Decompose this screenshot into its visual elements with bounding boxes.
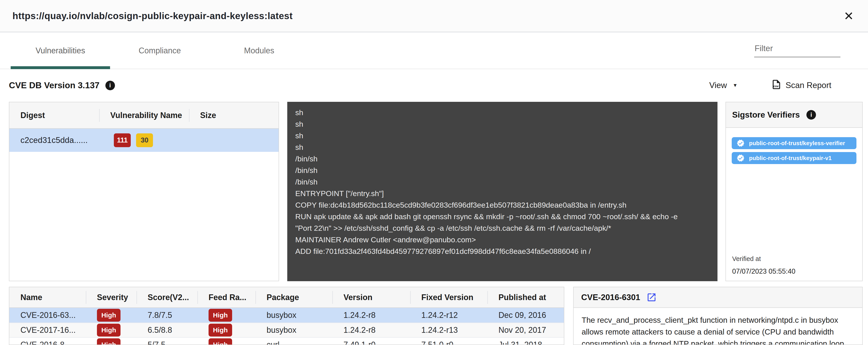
cve-name: CVE-2017-16...: [9, 325, 86, 335]
digest-table-header: Digest Vulnerability Name Size: [9, 102, 279, 129]
package-value: busybox: [255, 311, 332, 320]
digest-table: Digest Vulnerability Name Size c2ced31c5…: [9, 102, 279, 281]
medium-vuln-count-badge: 30: [136, 133, 153, 147]
close-icon[interactable]: ✕: [844, 10, 854, 22]
column-header-feed-rating: Feed Ra...: [197, 291, 255, 304]
score-value: 7.8/7.5: [136, 311, 197, 320]
scan-report-label: Scan Report: [785, 81, 831, 90]
info-icon[interactable]: i: [806, 110, 816, 120]
info-icon[interactable]: i: [105, 81, 115, 90]
version-value: 1.24.2-r8: [332, 325, 410, 335]
package-value: curl: [255, 340, 332, 345]
cve-name: CVE-2016-8...: [9, 340, 86, 345]
view-dropdown[interactable]: View ▼: [709, 81, 738, 90]
sigstore-verifiers-panel: Sigstore Verifiers i public-root-of-trus…: [725, 102, 863, 281]
chevron-down-icon: ▼: [733, 83, 738, 88]
layer-history-line: /bin/sh: [295, 176, 710, 188]
fixed-version-value: 7.51.0-r0: [410, 340, 487, 345]
cve-db-version: CVE DB Version 3.137 i: [9, 81, 115, 90]
package-value: busybox: [255, 325, 332, 335]
sigstore-panel-header: Sigstore Verifiers i: [726, 102, 862, 128]
column-header-published-at: Published at: [487, 291, 564, 304]
toolbar: CVE DB Version 3.137 i View ▼ csv Scan R…: [0, 70, 868, 101]
feed-rating-badge: High: [209, 324, 232, 337]
published-at-value: Dec 09, 2016: [487, 311, 564, 320]
column-header-severity: Severity: [86, 291, 136, 304]
score-value: 5/7.5: [136, 340, 197, 345]
verifier-badge: public-root-of-trust/keypair-v1: [732, 152, 857, 164]
version-value: 1.24.2-r8: [332, 311, 410, 320]
cve-description: The recv_and_process_client_pkt function…: [574, 308, 862, 345]
column-header-name: Name: [9, 291, 86, 304]
verified-at-block: Verified at 07/07/2023 05:55:40: [732, 255, 795, 275]
digest-value: c2ced31c5dda......: [9, 135, 99, 145]
column-header-version: Version: [332, 291, 410, 304]
verifier-name: public-root-of-trust/keypair-v1: [749, 155, 832, 162]
severity-badge: High: [97, 324, 121, 337]
layer-history-line: sh: [295, 107, 710, 118]
vulnerability-table: Name Severity Score(V2... Feed Ra... Pac…: [9, 287, 564, 345]
column-header-package: Package: [255, 291, 332, 304]
tab-compliance[interactable]: Compliance: [110, 33, 210, 69]
digest-table-row[interactable]: c2ced31c5dda...... 111 30: [9, 129, 279, 152]
cve-db-version-label: CVE DB Version 3.137: [9, 81, 100, 90]
high-vuln-count-badge: 111: [114, 133, 131, 147]
vulnerability-table-header: Name Severity Score(V2... Feed Ra... Pac…: [9, 287, 564, 308]
feed-rating-badge: High: [209, 309, 232, 322]
column-header-vulnerability-name: Vulnerability Name: [99, 109, 189, 122]
tab-bar: Vulnerabilities Compliance Modules: [0, 33, 868, 69]
column-header-fixed-version: Fixed Version: [410, 291, 487, 304]
filter-field-wrap: [754, 42, 840, 57]
fixed-version-value: 1.24.2-r12: [410, 311, 487, 320]
cve-name: CVE-2016-63...: [9, 311, 86, 320]
view-dropdown-label: View: [709, 81, 727, 90]
sigstore-panel-body: public-root-of-trust/keyless-verifier pu…: [726, 128, 862, 281]
badge-check-icon: [737, 139, 745, 147]
severity-badge: High: [97, 338, 121, 345]
layer-history-line: ENTRYPOINT ["/entry.sh"]: [295, 188, 710, 199]
scan-report-button[interactable]: csv Scan Report: [771, 79, 831, 92]
verifier-name: public-root-of-trust/keyless-verifier: [749, 140, 845, 147]
sigstore-title: Sigstore Verifiers: [732, 110, 800, 120]
layer-history-line: sh: [295, 118, 710, 130]
layer-history-line: sh: [295, 130, 710, 142]
published-at-value: Jul 31, 2018: [487, 340, 564, 345]
cve-detail-panel: CVE-2016-6301 The recv_and_process_clien…: [573, 287, 863, 345]
layer-history-line: COPY file:dc4b18d562bc118ce5cd9b3fe0283c…: [295, 199, 710, 211]
cve-id: CVE-2016-6301: [581, 293, 640, 302]
severity-badge: High: [97, 309, 121, 322]
table-row[interactable]: CVE-2016-8... High 5/7.5 High curl 7.49.…: [9, 337, 564, 345]
table-row[interactable]: CVE-2017-16... High 6.5/8.8 High busybox…: [9, 322, 564, 337]
open-in-new-icon[interactable]: [646, 292, 657, 303]
verified-at-label: Verified at: [732, 255, 795, 262]
scan-dialog: https://quay.io/nvlab/cosign-public-keyp…: [0, 0, 868, 345]
column-header-digest: Digest: [9, 109, 99, 122]
cve-detail-header: CVE-2016-6301: [574, 287, 862, 308]
image-url-title: https://quay.io/nvlab/cosign-public-keyp…: [12, 11, 292, 21]
layer-history-line: MAINTAINER Andrew Cutler <andrew@panubo.…: [295, 234, 710, 245]
feed-rating-badge: High: [209, 338, 232, 345]
csv-file-icon: csv: [771, 79, 782, 92]
layer-history-line: RUN apk update && apk add bash git opens…: [295, 211, 710, 222]
column-header-score: Score(V2...: [136, 291, 197, 304]
layer-history-line: /bin/sh: [295, 164, 710, 176]
filter-input[interactable]: [754, 42, 840, 57]
layer-history-line: ADD file:701fd33a2f463fd4bd459779276897e…: [295, 245, 710, 257]
table-row[interactable]: CVE-2016-63... High 7.8/7.5 High busybox…: [9, 308, 564, 322]
score-value: 6.5/8.8: [136, 325, 197, 335]
dialog-header: https://quay.io/nvlab/cosign-public-keyp…: [0, 0, 868, 32]
verifier-badge: public-root-of-trust/keyless-verifier: [732, 137, 857, 149]
column-header-size: Size: [189, 109, 279, 122]
verified-at-timestamp: 07/07/2023 05:55:40: [732, 268, 795, 275]
svg-text:csv: csv: [774, 84, 779, 88]
version-value: 7.49.1-r0: [332, 340, 410, 345]
tab-vulnerabilities[interactable]: Vulnerabilities: [11, 33, 110, 69]
badge-check-icon: [737, 154, 745, 162]
active-tab-indicator: [11, 66, 110, 69]
layer-history-line: /bin/sh: [295, 153, 710, 164]
layer-history-line: "Port 22\n" >> /etc/ssh/sshd_config && c…: [295, 222, 710, 234]
tab-modules[interactable]: Modules: [210, 33, 309, 69]
layer-history-line: sh: [295, 142, 710, 153]
fixed-version-value: 1.24.2-r13: [410, 325, 487, 335]
published-at-value: Nov 20, 2017: [487, 325, 564, 335]
